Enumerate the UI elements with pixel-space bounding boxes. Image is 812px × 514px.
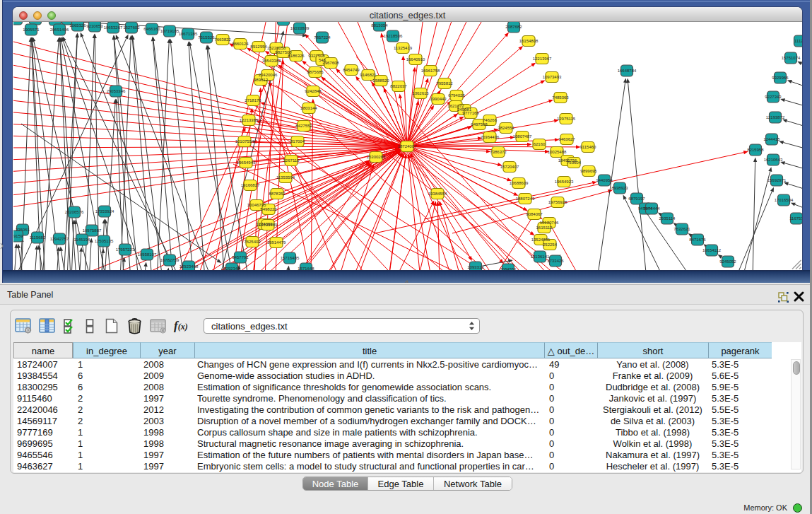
svg-text:16033809: 16033809 bbox=[290, 26, 310, 30]
svg-text:15720407: 15720407 bbox=[500, 165, 519, 169]
svg-text:16210643: 16210643 bbox=[764, 158, 783, 162]
svg-text:8822037: 8822037 bbox=[390, 84, 407, 88]
svg-text:2967608: 2967608 bbox=[322, 61, 339, 65]
svg-text:9457791: 9457791 bbox=[232, 255, 249, 259]
svg-text:25300285: 25300285 bbox=[367, 155, 386, 159]
svg-text:746266: 746266 bbox=[483, 118, 498, 122]
svg-text:16782759: 16782759 bbox=[160, 258, 180, 262]
svg-text:116753: 116753 bbox=[789, 216, 802, 221]
svg-text:1065326: 1065326 bbox=[69, 23, 86, 28]
svg-text:20691406: 20691406 bbox=[50, 28, 69, 32]
svg-text:12942757: 12942757 bbox=[50, 237, 69, 241]
svg-text:9210653: 9210653 bbox=[86, 24, 103, 28]
svg-text:11121: 11121 bbox=[794, 39, 802, 43]
svg-text:16961758: 16961758 bbox=[421, 69, 440, 73]
svg-text:1145194: 1145194 bbox=[74, 238, 91, 242]
svg-text:335061: 335061 bbox=[16, 228, 30, 232]
svg-text:9777169: 9777169 bbox=[462, 111, 479, 115]
svg-text:10120746: 10120746 bbox=[540, 221, 559, 225]
svg-text:15716485: 15716485 bbox=[281, 256, 300, 260]
svg-text:8813054: 8813054 bbox=[371, 23, 388, 28]
svg-text:10975887: 10975887 bbox=[83, 228, 102, 233]
svg-text:3267110: 3267110 bbox=[283, 158, 300, 163]
svg-text:14099489: 14099489 bbox=[259, 223, 278, 227]
svg-text:1990443: 1990443 bbox=[430, 97, 447, 101]
svg-text:10973493: 10973493 bbox=[543, 75, 562, 79]
svg-text:7515526: 7515526 bbox=[198, 35, 215, 40]
svg-text:19166827: 19166827 bbox=[241, 183, 260, 187]
svg-text:9875685: 9875685 bbox=[307, 70, 324, 74]
svg-text:1244415: 1244415 bbox=[763, 137, 780, 141]
svg-text:3824554: 3824554 bbox=[498, 126, 514, 130]
svg-text:1527602: 1527602 bbox=[123, 25, 140, 30]
svg-text:5498222: 5498222 bbox=[260, 207, 277, 211]
svg-text:15751074: 15751074 bbox=[782, 56, 801, 60]
svg-text:19384554: 19384554 bbox=[428, 192, 447, 196]
svg-text:39159: 39159 bbox=[13, 234, 23, 238]
svg-text:8938923: 8938923 bbox=[611, 186, 628, 190]
svg-text:12923468: 12923468 bbox=[180, 264, 199, 269]
svg-text:62160: 62160 bbox=[534, 142, 546, 146]
svg-text:10688609: 10688609 bbox=[510, 181, 529, 185]
svg-text:12213369: 12213369 bbox=[240, 118, 259, 122]
svg-text:12975115: 12975115 bbox=[557, 117, 576, 121]
svg-text:9115460: 9115460 bbox=[580, 145, 597, 149]
svg-text:9146821: 9146821 bbox=[360, 73, 377, 77]
svg-text:7386372: 7386372 bbox=[490, 150, 507, 154]
svg-text:10025488: 10025488 bbox=[548, 150, 567, 154]
svg-text:16648784: 16648784 bbox=[618, 69, 637, 73]
svg-text:6497568: 6497568 bbox=[471, 122, 488, 127]
svg-text:7632621: 7632621 bbox=[673, 227, 690, 231]
svg-text:1615112: 1615112 bbox=[536, 226, 553, 230]
svg-text:8471676: 8471676 bbox=[689, 238, 706, 242]
svg-text:19218506: 19218506 bbox=[384, 34, 403, 38]
svg-text:817004: 817004 bbox=[290, 139, 305, 144]
svg-text:7857224: 7857224 bbox=[314, 35, 331, 40]
svg-text:252254: 252254 bbox=[543, 243, 558, 247]
svg-text:8878352: 8878352 bbox=[269, 192, 286, 196]
svg-text:9245052: 9245052 bbox=[719, 259, 736, 264]
svg-text:7663822: 7663822 bbox=[214, 37, 231, 42]
svg-text:7485063: 7485063 bbox=[552, 95, 569, 100]
svg-text:12505135: 12505135 bbox=[95, 239, 114, 243]
svg-text:6466160: 6466160 bbox=[143, 27, 160, 31]
svg-text:13524851: 13524851 bbox=[531, 238, 551, 242]
svg-text:19654923: 19654923 bbox=[555, 180, 574, 184]
svg-text:7625402: 7625402 bbox=[244, 240, 261, 244]
svg-text:2803144: 2803144 bbox=[300, 106, 317, 110]
svg-text:9242848: 9242848 bbox=[305, 89, 322, 93]
svg-text:12193872: 12193872 bbox=[766, 115, 785, 119]
svg-text:17957223: 17957223 bbox=[116, 247, 135, 252]
svg-text:16154808: 16154808 bbox=[519, 39, 539, 43]
svg-text:20206576: 20206576 bbox=[65, 210, 84, 214]
svg-text:16914479: 16914479 bbox=[267, 240, 286, 245]
svg-text:9899695: 9899695 bbox=[580, 169, 597, 173]
svg-text:18724007: 18724007 bbox=[398, 144, 417, 148]
svg-text:17353924: 17353924 bbox=[95, 209, 114, 214]
svg-text:8660124: 8660124 bbox=[232, 42, 249, 46]
svg-text:1440954: 1440954 bbox=[596, 178, 613, 182]
svg-text:8912954: 8912954 bbox=[250, 45, 267, 49]
svg-text:9227343: 9227343 bbox=[765, 95, 782, 99]
svg-text:9329966: 9329966 bbox=[772, 76, 789, 80]
svg-text:6879197: 6879197 bbox=[628, 197, 645, 201]
svg-text:989612: 989612 bbox=[254, 78, 269, 82]
svg-text:11325419: 11325419 bbox=[394, 46, 413, 50]
svg-text:8186326: 8186326 bbox=[288, 54, 305, 58]
svg-text:2718176: 2718176 bbox=[245, 98, 261, 103]
svg-text:1115682: 1115682 bbox=[30, 235, 46, 240]
svg-text:17016504: 17016504 bbox=[775, 198, 794, 202]
svg-text:1571648: 1571648 bbox=[298, 267, 314, 270]
svg-text:9084067: 9084067 bbox=[526, 212, 543, 216]
svg-text:2084551: 2084551 bbox=[500, 267, 517, 270]
svg-text:19654943: 19654943 bbox=[237, 160, 256, 165]
svg-text:8215958: 8215958 bbox=[747, 148, 764, 152]
svg-text:19756928: 19756928 bbox=[548, 200, 567, 204]
svg-text:10719185: 10719185 bbox=[160, 29, 180, 33]
svg-text:16640910: 16640910 bbox=[406, 57, 425, 62]
svg-text:10671385: 10671385 bbox=[179, 32, 198, 36]
svg-text:1093313: 1093313 bbox=[467, 265, 484, 269]
svg-text:6794028: 6794028 bbox=[448, 93, 465, 98]
svg-text:10653267: 10653267 bbox=[104, 25, 123, 30]
svg-text:10807487: 10807487 bbox=[513, 134, 532, 139]
